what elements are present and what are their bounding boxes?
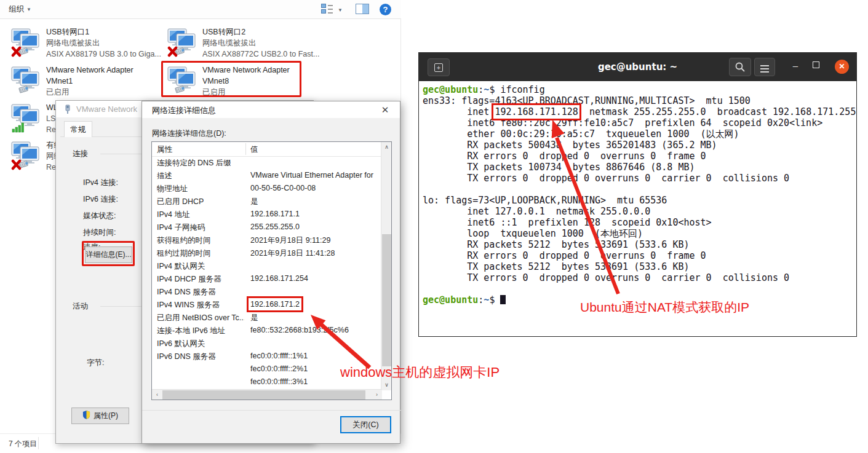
vertical-scroll-thumb[interactable] xyxy=(382,234,391,366)
table-row[interactable]: 已启用 NetBIOS over Tc...是 xyxy=(152,312,381,325)
terminal-text: TX packets 100734 bytes 8867646 (8.8 MB) xyxy=(423,162,695,173)
adapter-line: 已启用 xyxy=(46,87,166,98)
table-row[interactable]: IPv6 默认网关 xyxy=(152,337,381,350)
vertical-scrollbar[interactable]: ∧ ∨ xyxy=(381,142,391,390)
close-button[interactable]: 关闭(C) xyxy=(340,416,391,433)
adapter-item[interactable]: VMware Network AdapterVMnet8已启用 xyxy=(167,66,321,102)
adapter-enabled-icon xyxy=(167,66,198,97)
table-row[interactable]: 租约过期的时间2021年9月18日 11:41:28 xyxy=(152,247,381,260)
tab-general[interactable]: 常规 xyxy=(64,121,92,137)
chevron-down-icon: ▼ xyxy=(26,7,31,12)
terminal-text: lo: flags=73<UP,LOOPBACK,RUNNING> mtu 65… xyxy=(423,195,667,206)
status-field-label: IPv6 连接: xyxy=(83,194,118,205)
details-button[interactable]: 详细信息(E)... xyxy=(85,246,132,263)
listview-header[interactable]: 属性 值 xyxy=(152,142,391,157)
table-row[interactable]: 连接特定的 DNS 后缀 xyxy=(152,157,381,170)
bytes-label: 字节: xyxy=(87,358,104,368)
minimize-button[interactable]: – xyxy=(788,60,803,74)
table-row[interactable]: 连接-本地 IPv6 地址fe80::532:2668:b193:2f5c%6 xyxy=(152,325,381,337)
column-property[interactable]: 属性 xyxy=(157,144,172,155)
terminal-text: $ ifconfig xyxy=(489,84,544,95)
terminal-line: RX errors 0 dropped 0 overruns 0 frame 0 xyxy=(423,250,856,261)
menu-button[interactable] xyxy=(754,58,775,76)
table-row[interactable]: IPv4 WINS 服务器192.168.171.2 xyxy=(152,299,381,312)
value-cell: 是 xyxy=(250,197,381,207)
search-icon xyxy=(735,61,746,73)
adapter-disconnected-icon xyxy=(167,28,198,59)
terminal-line: inet6 ::1 prefixlen 128 scopeid 0x10<hos… xyxy=(423,217,856,228)
table-row[interactable]: 物理地址00-50-56-C0-00-08 xyxy=(152,183,381,195)
property-cell: IPv4 子网掩码 xyxy=(157,223,244,233)
table-row[interactable]: IPv4 子网掩码255.255.255.0 xyxy=(152,221,381,234)
preview-pane-icon[interactable] xyxy=(356,4,369,14)
terminal-text: loop txqueuelen 1000 (本地环回) xyxy=(423,228,643,239)
terminal-line: gec@ubuntu:~$ ifconfig xyxy=(423,84,856,95)
terminal-output[interactable]: gec@ubuntu:~$ ifconfigens33: flags=4163<… xyxy=(419,81,856,336)
adapter-disconnected-icon xyxy=(11,141,42,172)
adapter-line: ASIX AX88179 USB 3.0 to Giga... xyxy=(46,49,166,60)
terminal-line xyxy=(423,184,856,195)
terminal-titlebar[interactable]: + gec@ubuntu: ~ – ✕ xyxy=(419,53,856,81)
terminal-text: RX packets 5212 bytes 533691 (533.6 KB) xyxy=(423,239,689,250)
value-cell: 192.168.171.1 xyxy=(250,210,381,218)
terminal-text: RX errors 0 dropped 0 overruns 0 frame 0 xyxy=(423,250,706,261)
adapter-disconnected-icon xyxy=(11,28,42,59)
scroll-up-icon[interactable]: ∧ xyxy=(381,142,392,152)
terminal-text: RX packets 500438 bytes 365201483 (365.2… xyxy=(423,140,717,151)
terminal-line: inet6 fe80::20c:29ff:fe10:a5c7 prefixlen… xyxy=(423,117,856,128)
terminal-line: ether 00:0c:29:10:a5:c7 txqueuelen 1000 … xyxy=(423,128,856,140)
activity-section-label: 活动 xyxy=(73,301,88,312)
adapter-text: VMware Network AdapterVMnet8已启用 xyxy=(202,65,322,98)
explorer-toolbar: 组织▼ ▼ ? xyxy=(0,0,401,19)
column-value[interactable]: 值 xyxy=(250,144,258,155)
table-row[interactable]: IPv4 默认网关 xyxy=(152,260,381,273)
terminal-text: RX errors 0 dropped 0 overruns 0 frame 0 xyxy=(423,151,706,162)
help-icon[interactable]: ? xyxy=(380,4,391,15)
annotation-windows-ip: windows主机的虚拟网卡IP xyxy=(340,363,500,382)
dialog-titlebar[interactable]: 网络连接详细信息 ✕ xyxy=(142,101,400,118)
property-cell: IPv4 默认网关 xyxy=(157,261,244,272)
terminal-window: + gec@ubuntu: ~ – ✕ gec@ubuntu:~$ ifconf… xyxy=(418,52,857,337)
table-row[interactable]: IPv4 DNS 服务器 xyxy=(152,286,381,299)
property-cell: IPv4 WINS 服务器 xyxy=(157,300,244,310)
terminal-line: TX packets 5212 bytes 533691 (533.6 KB) xyxy=(423,261,856,272)
table-row[interactable]: 描述VMware Virtual Ethernet Adapter for xyxy=(152,170,381,183)
value-cell: 00-50-56-C0-00-08 xyxy=(250,184,381,192)
property-cell: IPv4 DNS 服务器 xyxy=(157,287,244,297)
maximize-button[interactable] xyxy=(813,61,819,68)
close-icon[interactable]: ✕ xyxy=(376,103,394,116)
search-button[interactable] xyxy=(729,58,751,76)
adapter-line: ASIX AX88772C USB2.0 to Fast... xyxy=(202,49,322,60)
hamburger-menu-icon xyxy=(760,63,769,74)
terminal-line: TX errors 0 dropped 0 overruns 0 carrier… xyxy=(423,272,856,283)
property-cell: IPv4 DHCP 服务器 xyxy=(157,274,244,285)
table-row[interactable]: IPv6 DNS 服务器fec0:0:0:ffff::1%1 xyxy=(152,350,381,363)
chevron-down-icon[interactable]: ▼ xyxy=(338,7,343,13)
table-row[interactable]: 已启用 DHCP是 xyxy=(152,195,381,208)
adapter-line: VMware Network Adapter xyxy=(46,65,166,76)
scroll-left-icon[interactable]: ‹ xyxy=(152,390,162,400)
status-field-label: 媒体状态: xyxy=(83,211,116,221)
adapter-text: VMware Network AdapterVMnet1已启用 xyxy=(46,65,166,98)
table-row[interactable]: IPv4 地址192.168.171.1 xyxy=(152,208,381,221)
highlighted-ip-text: 192.168.171.128 xyxy=(495,106,578,117)
property-cell: 租约过期的时间 xyxy=(157,248,244,259)
annotation-ubuntu-ip: Ubuntu通过NAT模式获取的IP xyxy=(580,299,749,316)
horizontal-scroll-thumb[interactable] xyxy=(162,390,365,400)
table-row[interactable]: IPv4 DHCP 服务器192.168.171.254 xyxy=(152,273,381,286)
scroll-right-icon[interactable]: › xyxy=(372,390,382,400)
close-button[interactable]: ✕ xyxy=(835,60,849,74)
horizontal-scrollbar[interactable]: ‹ › xyxy=(152,389,382,400)
terminal-text: TX packets 5212 bytes 533691 (533.6 KB) xyxy=(423,261,689,272)
terminal-text: gec@ubuntu xyxy=(423,294,478,305)
adapter-item[interactable]: USB转网口2网络电缆被拔出ASIX AX88772C USB2.0 to Fa… xyxy=(167,28,321,64)
properties-button[interactable]: 属性(P) xyxy=(71,408,129,424)
organize-menu[interactable]: 组织▼ xyxy=(9,4,31,15)
view-options-icon[interactable] xyxy=(321,4,333,15)
terminal-line: loop txqueuelen 1000 (本地环回) xyxy=(423,228,856,239)
adapter-item[interactable]: USB转网口1网络电缆被拔出ASIX AX88179 USB 3.0 to Gi… xyxy=(11,28,165,64)
status-window-title: VMware Network xyxy=(76,104,137,114)
adapter-item[interactable]: VMware Network AdapterVMnet1已启用 xyxy=(11,66,165,102)
terminal-line xyxy=(423,283,856,294)
table-row[interactable]: 获得租约的时间2021年9月18日 9:11:29 xyxy=(152,234,381,247)
